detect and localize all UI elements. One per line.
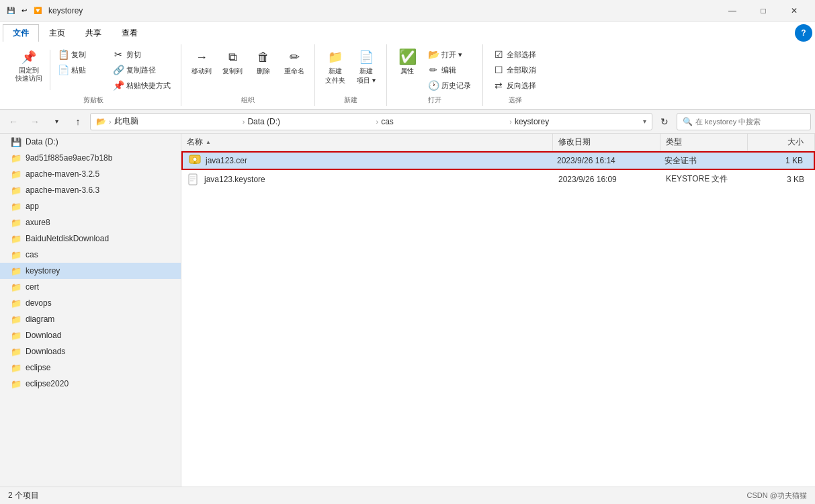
organize-label: 组织 [241, 95, 255, 106]
folder-icon: 📁 [11, 185, 22, 196]
copy-to-button[interactable]: ⧉ 复制到 [218, 47, 247, 78]
item-count: 2 个项目 [8, 490, 39, 501]
sidebar-item-download[interactable]: 📁Download [0, 327, 181, 343]
sidebar-item-eclipse2020[interactable]: 📁eclipse2020 [0, 376, 181, 392]
sidebar-item-devops[interactable]: 📁devops [0, 295, 181, 311]
forward-button[interactable]: → [26, 112, 44, 131]
sidebar-item-label: app [26, 202, 175, 211]
undo-icon[interactable]: ↩ [19, 5, 30, 16]
rename-icon: ✏ [286, 49, 302, 65]
back-button[interactable]: ← [4, 112, 23, 131]
file-row-0[interactable]: java123.cer2023/9/26 16:14安全证书1 KB [181, 151, 815, 170]
sidebar: 💾 Data (D:) 📁9ad51f885ae9aec7b18b📁apache… [0, 134, 181, 487]
sidebar-item-label: diagram [26, 314, 175, 324]
sidebar-item-label: 9ad51f885ae9aec7b18b [26, 153, 175, 163]
paste-button[interactable]: 📄 粘贴 [53, 62, 107, 77]
minimize-button[interactable]: — [717, 0, 748, 22]
search-input[interactable] [695, 118, 805, 126]
recent-locations-button[interactable]: ▾ [47, 112, 66, 131]
tab-view[interactable]: 查看 [112, 24, 148, 42]
dropdown-icon[interactable]: 🔽 [32, 5, 43, 16]
new-folder-icon: 📁 [327, 49, 343, 65]
cut-button[interactable]: ✂ 剪切 [108, 47, 175, 62]
file-row-1[interactable]: java123.keystore2023/9/26 16:09KEYSTORE … [181, 170, 815, 189]
tab-home[interactable]: 主页 [39, 24, 75, 42]
file-date-cell: 2023/9/26 16:09 [553, 170, 660, 188]
status-right: CSDN @功夫猫猫 [747, 491, 807, 501]
sidebar-item-label: eclipse2020 [26, 379, 175, 388]
sidebar-item-diagram[interactable]: 📁diagram [0, 311, 181, 327]
history-button[interactable]: 🕐 历史记录 [423, 78, 477, 93]
up-button[interactable]: ↑ [69, 112, 87, 131]
address-sep3: › [376, 118, 379, 126]
invert-icon: ⇄ [493, 80, 504, 91]
organize-items: → 移动到 ⧉ 复制到 🗑 删除 ✏ 重命名 [187, 44, 309, 95]
file-list: 名称 ▲ 修改日期 类型 大小 java123.cer2023/9/26 16:… [181, 134, 815, 487]
sidebar-item-9ad51f885ae9aec7b18b[interactable]: 📁9ad51f885ae9aec7b18b [0, 150, 181, 166]
rename-button[interactable]: ✏ 重命名 [280, 47, 309, 78]
sidebar-item-axure8[interactable]: 📁axure8 [0, 214, 181, 230]
col-size[interactable]: 大小 [748, 134, 815, 151]
move-icon: → [194, 49, 210, 65]
file-type-cell: 安全证书 [659, 153, 746, 169]
invert-selection-button[interactable]: ⇄ 反向选择 [488, 78, 542, 93]
delete-button[interactable]: 🗑 删除 [249, 47, 278, 78]
sidebar-item-apache-maven-3.2.5[interactable]: 📁apache-maven-3.2.5 [0, 166, 181, 182]
move-to-button[interactable]: → 移动到 [187, 47, 216, 78]
search-box[interactable]: 🔍 [677, 113, 811, 130]
refresh-button[interactable]: ↻ [655, 112, 674, 131]
sidebar-item-eclipse[interactable]: 📁eclipse [0, 360, 181, 376]
col-type[interactable]: 类型 [660, 134, 748, 151]
clipboard-secondary: 📋 复制 📄 粘贴 [53, 47, 107, 77]
new-item-button[interactable]: 📄 新建项目 ▾ [351, 47, 381, 87]
deselect-all-button[interactable]: ☐ 全部取消 [488, 62, 542, 77]
address-bar[interactable]: 📂 › 此电脑 › Data (D:) › cas › keystorey ▾ [90, 113, 652, 130]
col-name[interactable]: 名称 ▲ [181, 134, 553, 151]
col-date[interactable]: 修改日期 [553, 134, 660, 151]
address-computer: 📂 [96, 117, 106, 126]
cut-icon: ✂ [113, 49, 124, 60]
copy-button[interactable]: 📋 复制 [53, 47, 107, 62]
file-name-cell: java123.cer [183, 153, 552, 169]
ribbon-group-select: ☑ 全部选择 ☐ 全部取消 ⇄ 反向选择 选择 [483, 44, 548, 106]
sidebar-item-drive[interactable]: 💾 Data (D:) [0, 134, 181, 150]
delete-icon: 🗑 [255, 49, 271, 65]
address-dropdown-icon[interactable]: ▾ [643, 118, 646, 125]
open-icon: 📂 [428, 49, 439, 60]
maximize-button[interactable]: □ [748, 0, 779, 22]
cert-file-icon [188, 154, 202, 167]
select-all-icon: ☑ [493, 49, 504, 60]
ribbon-group-organize: → 移动到 ⧉ 复制到 🗑 删除 ✏ 重命名 组织 [181, 44, 315, 106]
folder-icon: 📁 [11, 169, 22, 179]
open-secondary: 📂 打开 ▾ ✏ 编辑 🕐 历史记录 [423, 47, 477, 93]
copy-path-button[interactable]: 🔗 复制路径 [108, 62, 175, 77]
file-name-text: java123.keystore [204, 175, 265, 184]
sidebar-item-app[interactable]: 📁app [0, 198, 181, 214]
edit-button[interactable]: ✏ 编辑 [423, 62, 477, 77]
close-button[interactable]: ✕ [779, 0, 810, 22]
save-icon[interactable]: 💾 [5, 5, 16, 16]
open-button[interactable]: 📂 打开 ▾ [423, 47, 477, 62]
help-button[interactable]: ? [795, 24, 812, 42]
address-cas: cas [381, 117, 507, 126]
file-size-cell: 3 KB [748, 170, 815, 188]
tab-share[interactable]: 共享 [75, 24, 112, 42]
tab-file[interactable]: 文件 [3, 24, 39, 42]
properties-button[interactable]: ✅ 属性 [392, 47, 422, 78]
sidebar-item-keystorey[interactable]: 📁keystorey [0, 263, 181, 279]
address-sep4: › [509, 118, 512, 126]
window-title: keystorey [48, 6, 717, 15]
sidebar-item-cert[interactable]: 📁cert [0, 279, 181, 295]
sidebar-item-apache-maven-3.6.3[interactable]: 📁apache-maven-3.6.3 [0, 182, 181, 198]
new-label: 新建 [344, 95, 357, 106]
folder-icon: 📁 [11, 362, 22, 373]
select-all-button[interactable]: ☑ 全部选择 [488, 47, 542, 62]
sidebar-items: 📁9ad51f885ae9aec7b18b📁apache-maven-3.2.5… [0, 150, 181, 392]
edit-icon: ✏ [428, 65, 439, 75]
sidebar-item-cas[interactable]: 📁cas [0, 247, 181, 263]
sidebar-item-downloads[interactable]: 📁Downloads [0, 343, 181, 360]
pin-quick-access-button[interactable]: 📌 固定到快速访问 [11, 47, 47, 85]
new-folder-button[interactable]: 📁 新建文件夹 [320, 47, 350, 87]
sidebar-item-baidunetdiskdownload[interactable]: 📁BaiduNetdiskDownload [0, 230, 181, 247]
paste-shortcut-button[interactable]: 📌 粘贴快捷方式 [108, 78, 175, 93]
